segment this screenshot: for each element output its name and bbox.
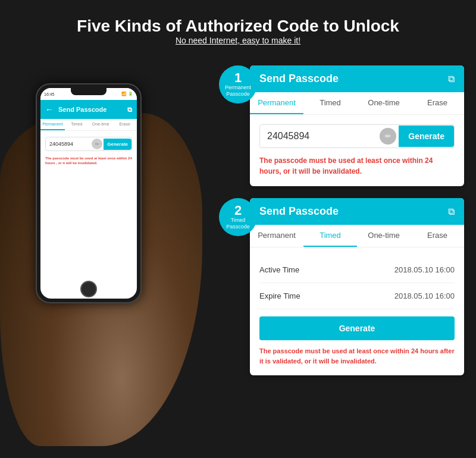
panel1-tab-permanent[interactable]: Permanent — [250, 92, 303, 114]
phone-passcode-value: 24045894 — [46, 139, 90, 149]
phone-tab-onetime[interactable]: One-time — [89, 119, 113, 130]
panel1-passcode-value: 24045894 — [260, 125, 377, 148]
panel2-expire-time-row: Expire Time 2018.05.10 16:00 — [259, 283, 455, 309]
panel1-note-prefix: The passcode must be used at least once … — [259, 156, 425, 165]
phone-note-prefix: The passcode must be used at least once … — [45, 156, 127, 160]
phone-icons: 📶 🔋 — [121, 92, 133, 96]
phone-edit-icon[interactable]: ✏ — [92, 139, 102, 149]
panel2-expire-time-label: Expire Time — [259, 291, 300, 300]
panel1-tab-timed[interactable]: Timed — [303, 92, 357, 114]
page-subtitle: No need Internet, easy to make it! — [0, 36, 476, 45]
phone-generate-button[interactable]: Generate — [104, 139, 131, 150]
phone-notch — [71, 88, 107, 95]
phone-note-suffix: , or it will be invalidated. — [56, 161, 97, 165]
panel2-external-icon[interactable]: ⧉ — [448, 206, 455, 217]
panel2-note-prefix: The passcode must be used at least once … — [259, 347, 411, 355]
panel2-tab-permanent[interactable]: Permanent — [250, 225, 303, 247]
panel2-expire-time-value: 2018.05.10 16:00 — [394, 291, 455, 300]
panel2-tab-timed[interactable]: Timed — [303, 225, 357, 247]
panel2-tab-onetime[interactable]: One-time — [357, 225, 411, 247]
phone-app-header: ← Send Passcode ⧉ — [40, 100, 137, 119]
panel2-badge: 2 TimedPasscode — [219, 198, 257, 236]
panel2-note: The passcode must be used at least once … — [259, 346, 455, 366]
panel1-tab-onetime[interactable]: One-time — [357, 92, 411, 114]
panel2-header-title: Send Passcode — [259, 205, 339, 218]
panel2-generate-button[interactable]: Generate — [259, 316, 455, 340]
phone-external-icon[interactable]: ⧉ — [127, 106, 132, 114]
panel1-wrapper: 1 PermanentPasscode Send Passcode ⧉ Perm… — [232, 65, 464, 186]
panel2-tab-erase[interactable]: Erase — [411, 225, 464, 247]
phone-hand-illustration: 16:45 📶 🔋 ← Send Passcode ⧉ Permanent Ti… — [0, 65, 226, 446]
phone-passcode-input-row: 24045894 ✏ Generate — [45, 137, 132, 151]
page-title: Five Kinds of Authorized Code to Unlock — [0, 17, 476, 36]
panel1-header-title: Send Passcode — [259, 73, 339, 85]
panel1: Send Passcode ⧉ Permanent Timed One-time… — [250, 65, 464, 186]
panel1-note-suffix: , or it will be invalidated. — [279, 167, 362, 175]
panel1-body: 24045894 ✏ Generate The passcode must be… — [250, 115, 464, 186]
phone-screen: 16:45 📶 🔋 ← Send Passcode ⧉ Permanent Ti… — [40, 88, 137, 299]
phone-back-icon[interactable]: ← — [45, 105, 54, 114]
phone-device: 16:45 📶 🔋 ← Send Passcode ⧉ Permanent Ti… — [36, 83, 142, 303]
panel1-badge-number: 1 — [234, 71, 242, 84]
phone-header-title: Send Passcode — [58, 106, 107, 113]
panel2-badge-number: 2 — [234, 204, 242, 217]
panel2-header: Send Passcode ⧉ — [250, 198, 464, 225]
panel1-input-row: 24045894 ✏ Generate — [259, 124, 455, 148]
phone-tab-erase[interactable]: Erase — [113, 119, 137, 130]
panel2-badge-label: TimedPasscode — [226, 217, 250, 230]
phone-note: The passcode must be used at least once … — [45, 156, 132, 166]
panel2-active-time-row: Active Time 2018.05.10 16:00 — [259, 257, 455, 283]
panel1-note: The passcode must be used at least once … — [259, 155, 455, 177]
panel1-tabs: Permanent Timed One-time Erase — [250, 92, 464, 115]
panel1-edit-icon[interactable]: ✏ — [380, 128, 396, 145]
phone-time: 16:45 — [44, 92, 55, 96]
panel2-tabs: Permanent Timed One-time Erase — [250, 225, 464, 247]
panel1-external-icon[interactable]: ⧉ — [448, 74, 455, 84]
panel1-badge: 1 PermanentPasscode — [219, 65, 257, 103]
panel2-wrapper: 2 TimedPasscode Send Passcode ⧉ Permanen… — [232, 198, 464, 375]
panel2-active-time-label: Active Time — [259, 265, 299, 274]
phone-tab-permanent[interactable]: Permanent — [40, 119, 65, 130]
panel1-generate-button[interactable]: Generate — [399, 126, 454, 147]
phone-tab-timed[interactable]: Timed — [65, 119, 89, 130]
panel2-active-time-value: 2018.05.10 16:00 — [394, 265, 455, 274]
panel2-note-highlight: 24 hours — [411, 347, 439, 355]
panels-container: 1 PermanentPasscode Send Passcode ⧉ Perm… — [232, 65, 464, 387]
phone-home-button[interactable] — [80, 281, 97, 297]
panel2-body: Active Time 2018.05.10 16:00 Expire Time… — [250, 247, 464, 375]
panel1-badge-label: PermanentPasscode — [225, 84, 251, 98]
page-header: Five Kinds of Authorized Code to Unlock … — [0, 0, 476, 50]
phone-content: 24045894 ✏ Generate The passcode must be… — [40, 131, 137, 172]
panel1-tab-erase[interactable]: Erase — [411, 92, 464, 114]
panel2: Send Passcode ⧉ Permanent Timed One-time… — [250, 198, 464, 375]
phone-tabs: Permanent Timed One-time Erase — [40, 119, 137, 131]
panel1-header: Send Passcode ⧉ — [250, 65, 464, 92]
